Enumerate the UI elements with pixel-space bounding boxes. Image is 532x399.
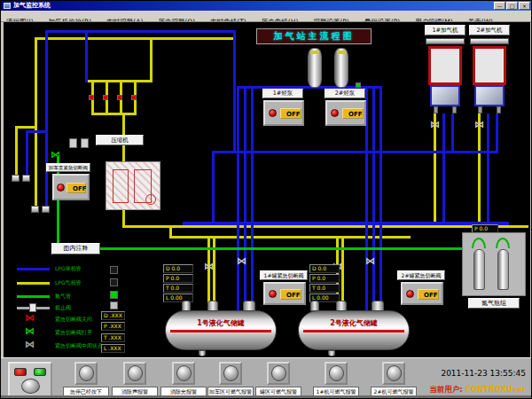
alarm-light-icon	[269, 290, 277, 298]
tank-1-temperature: T 0.0	[163, 284, 193, 293]
legend-label: 截止阀	[55, 304, 71, 311]
pipe-gas	[35, 37, 233, 40]
unload-area-gas-alarm-button[interactable]	[219, 362, 242, 385]
tank-1-pressure: P 0.0	[163, 274, 193, 283]
legend-label: 紧急切断阀关闭	[55, 316, 92, 323]
estop-button[interactable]	[74, 362, 98, 385]
tank-2-valve-panel: OFF	[401, 282, 443, 305]
pipe-liquid	[451, 113, 454, 153]
pump-2-off-button[interactable]: OFF	[342, 108, 364, 119]
tank-1-valve-off-button[interactable]: OFF	[280, 289, 301, 300]
menu-realtime-trend[interactable]: 实时曲线(T)	[205, 16, 251, 22]
unloading-hose-gas	[15, 126, 18, 176]
nitrogen-hose	[472, 238, 486, 248]
storage-tank-1: 1号液化气储罐	[165, 310, 277, 350]
button-knob-icon	[79, 365, 94, 381]
tank-drain	[199, 350, 206, 356]
tank-1-density: D 0.0	[163, 264, 193, 273]
valve-open-icon: ⋈	[25, 328, 35, 335]
pipe-liquid	[45, 30, 236, 33]
pipe-liquid	[487, 113, 489, 223]
menu-history-alarm[interactable]: 历史报警(O)	[153, 16, 200, 22]
maximize-button[interactable]: □	[506, 2, 518, 10]
legend-label: 氮气管	[55, 293, 71, 300]
hose-coupler	[22, 175, 30, 182]
pump-1-off-button[interactable]: OFF	[280, 108, 301, 119]
tank-2-valve-off-button[interactable]: OFF	[418, 289, 439, 300]
alarm-device-panel	[8, 362, 52, 397]
alarm-light-icon	[57, 184, 65, 192]
menu-about[interactable]: 关于(W)	[463, 16, 498, 22]
close-button[interactable]: ×	[519, 2, 530, 10]
nitrogen-hose	[496, 238, 510, 248]
nitrogen-panel	[462, 232, 526, 296]
menu-history-trend[interactable]: 历史曲线(H)	[256, 16, 304, 22]
pipe-liquid	[372, 86, 375, 310]
tank-2-density: D 0.0	[309, 264, 340, 273]
mute-sound-alarm-button[interactable]	[123, 362, 146, 385]
window-title: 加气监控系统	[13, 2, 51, 9]
menu-realtime-alarm[interactable]: 实时报警(A)	[101, 16, 148, 22]
separator-vessel-2	[334, 48, 348, 88]
app-window: 加气监控系统 — □ × 流程图(I) 加气机监控(R) 实时报警(A) 历史报…	[0, 0, 532, 399]
legend-swatch-liquid	[17, 268, 50, 270]
valve-indicator-icon	[131, 95, 137, 100]
tank-stripe	[170, 330, 271, 332]
menu-dispenser-monitor[interactable]: 加气机监控(R)	[43, 16, 98, 22]
pipe-gas	[35, 37, 37, 208]
menu-alarm-settings[interactable]: 报警设置(P)	[308, 16, 354, 22]
junction-box	[69, 138, 77, 148]
minimize-button[interactable]: —	[494, 2, 505, 10]
pipe-nitrogen-header	[57, 247, 465, 250]
tank-1-valve-label: 1#罐紧急切断阀	[260, 270, 308, 280]
dispenser-leg	[452, 106, 457, 113]
horn-button[interactable]	[21, 379, 40, 394]
legend-indicator	[110, 301, 118, 309]
compressor-detail	[145, 194, 156, 205]
current-user-value: CONTROXUser	[466, 385, 526, 394]
clear-light-alarm-button[interactable]	[172, 362, 195, 385]
pipe-liquid	[244, 86, 246, 310]
title-bar: 加气监控系统 — □ ×	[1, 1, 532, 11]
tank-area-gas-alarm-button[interactable]	[267, 362, 290, 385]
unload-valve-off-button[interactable]: OFF	[66, 183, 86, 193]
hose-coupler	[31, 206, 39, 213]
menu-flowchart[interactable]: 流程图(I)	[1, 16, 39, 22]
bottom-strip	[1, 395, 532, 399]
green-indicator-icon	[34, 368, 46, 376]
pipe-gas	[91, 113, 137, 115]
dispenser-2-gas-alarm-button[interactable]	[382, 362, 405, 385]
pump-2-panel: OFF	[325, 100, 366, 126]
menu-range-settings[interactable]: 量程设置(P)	[359, 16, 405, 22]
flow-diagram-canvas: ⋈ ⋈ ⋈ ⋈ ⋈ ⋈ ⋈ 加气站主流程图 1#加气机 2#加气机 1#烃泵	[4, 22, 530, 357]
dispenser-leg	[434, 106, 438, 113]
tank-1-valve-panel: OFF	[263, 282, 306, 305]
datetime-display: 2011-11-23 13:55:45	[441, 369, 526, 378]
pump-1-label: 1#烃泵	[262, 89, 303, 98]
pipe-liquid	[251, 86, 254, 310]
menu-bar: 流程图(I) 加气机监控(R) 实时报警(A) 历史报警(O) 实时曲线(T) …	[1, 11, 532, 22]
bottom-toolbar: 急停已经按下 消除声报警 消除光报警 卸车区可燃气报警 罐区可燃气报警 1#机可…	[1, 357, 532, 399]
current-user-label: 当前用户:	[429, 385, 462, 394]
app-icon	[4, 3, 11, 9]
legend-label: LPG液相管	[55, 265, 82, 272]
pipe-gas-header	[122, 225, 528, 228]
legend-value-box: L .XXX	[101, 344, 125, 353]
unload-valve-panel: OFF	[52, 174, 90, 200]
pipe-liquid	[85, 30, 88, 82]
legend-label: 紧急切断阀打开	[55, 329, 92, 336]
dispenser-1	[428, 46, 462, 85]
menu-user-management[interactable]: 用户管理(M)	[410, 16, 458, 22]
legend-title: 图内注释	[51, 243, 100, 254]
pipe-liquid	[212, 151, 498, 153]
hose-coupler	[42, 206, 50, 213]
pipe-liquid	[379, 86, 382, 310]
dispenser-1-gas-alarm-button[interactable]	[325, 362, 348, 385]
compressor-unit	[106, 161, 160, 210]
tank-1-name: 1号液化气储罐	[166, 318, 276, 328]
hose-coupler	[12, 175, 20, 182]
page-title: 加气站主流程图	[256, 28, 372, 44]
pipe-gas	[15, 126, 37, 129]
separator-vessel-1	[308, 48, 322, 88]
dispenser-leg	[478, 106, 482, 113]
